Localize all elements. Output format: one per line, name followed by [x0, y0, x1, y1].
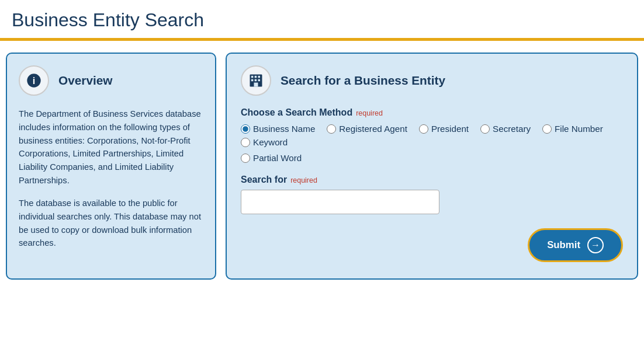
- radio-file-number[interactable]: File Number: [542, 124, 603, 134]
- radio-president[interactable]: President: [419, 124, 469, 134]
- gold-divider: [0, 38, 644, 41]
- partial-word-label: Partial Word: [253, 153, 302, 163]
- svg-rect-7: [255, 79, 257, 82]
- required-badge: required: [356, 109, 383, 117]
- overview-paragraph-2: The database is available to the public …: [19, 197, 203, 250]
- main-content: i Overview The Department of Business Se…: [0, 53, 644, 291]
- overview-paragraph-1: The Department of Business Services data…: [19, 107, 203, 187]
- svg-rect-8: [258, 79, 261, 82]
- search-input[interactable]: [241, 190, 439, 214]
- submit-arrow-icon: →: [587, 237, 604, 253]
- overview-title: Overview: [58, 74, 113, 88]
- radio-keyword[interactable]: Keyword: [241, 137, 288, 147]
- radio-business-name[interactable]: Business Name: [241, 124, 315, 134]
- building-icon: [248, 72, 264, 89]
- radio-registered-agent[interactable]: Registered Agent: [327, 124, 407, 134]
- radio-partial-word[interactable]: Partial Word: [241, 153, 623, 163]
- svg-rect-3: [251, 76, 254, 78]
- search-card-header: Search for a Business Entity: [241, 65, 623, 96]
- svg-rect-4: [255, 76, 257, 78]
- submit-button[interactable]: Submit →: [528, 228, 623, 262]
- search-for-required: required: [290, 176, 317, 184]
- radio-row-1: Business Name Registered Agent President…: [241, 124, 623, 134]
- overview-icon-circle: i: [19, 65, 49, 96]
- page-title: Business Entity Search: [12, 9, 632, 31]
- overview-card: i Overview The Department of Business Se…: [6, 53, 216, 280]
- search-card: Search for a Business Entity Choose a Se…: [226, 53, 638, 280]
- info-icon: i: [26, 72, 42, 89]
- svg-text:i: i: [33, 75, 36, 86]
- search-icon-circle: [241, 65, 271, 96]
- submit-row: Submit →: [241, 228, 623, 262]
- search-for-label: Search forrequired: [241, 175, 623, 185]
- submit-label: Submit: [547, 239, 580, 251]
- radio-row-2: Keyword: [241, 137, 623, 147]
- search-card-title: Search for a Business Entity: [281, 74, 445, 88]
- svg-rect-5: [258, 76, 261, 78]
- page-header: Business Entity Search: [0, 0, 644, 31]
- svg-rect-9: [254, 83, 258, 87]
- radio-secretary[interactable]: Secretary: [480, 124, 531, 134]
- search-method-label: Choose a Search Methodrequired: [241, 107, 623, 118]
- svg-rect-6: [251, 79, 254, 82]
- partial-word-row: Partial Word: [241, 153, 623, 163]
- overview-card-header: i Overview: [19, 65, 203, 96]
- radio-group: Business Name Registered Agent President…: [241, 124, 623, 147]
